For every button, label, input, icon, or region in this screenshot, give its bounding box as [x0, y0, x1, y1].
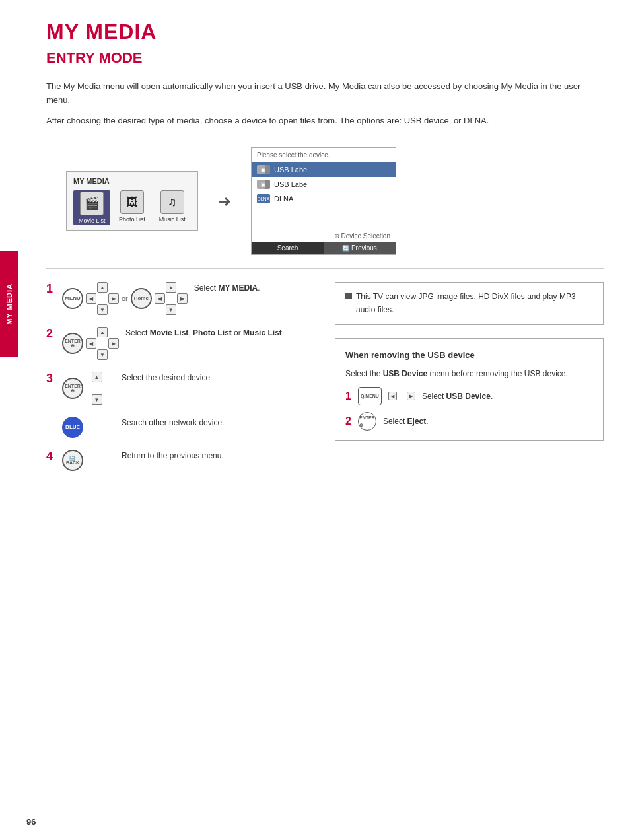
- info-bullet: This TV can view JPG image files, HD Div…: [345, 291, 593, 316]
- device-selection-buttons: Search 🔄 Previous: [252, 242, 396, 254]
- blue-step-text: Search other network device.: [122, 417, 315, 429]
- usb-icon-2: ▣: [257, 180, 270, 189]
- steps-area: 1 MENU ▲ ◀ ▶ ▼: [46, 282, 604, 483]
- step-4-text: Return to the previous menu.: [122, 450, 315, 462]
- info-text: This TV can view JPG image files, HD Div…: [356, 291, 593, 316]
- diagram-area: MY MEDIA 🎬 Movie List 🖼 Photo List ♫ Mus…: [66, 147, 604, 255]
- search-button[interactable]: Search: [252, 242, 324, 254]
- device-selection-box: Please select the device. ▣ USB Label ▣ …: [251, 147, 396, 255]
- nav-right-3: ▶: [108, 338, 119, 349]
- music-icon: ♫: [160, 190, 184, 214]
- warning-sub-step-1-text: Select USB Device.: [422, 390, 593, 402]
- intro-paragraph-1: The My Media menu will open automaticall…: [46, 80, 588, 108]
- step-1-icons: MENU ▲ ◀ ▶ ▼ or: [62, 282, 188, 315]
- warning-sub-step-2: 2 ENTER⊕ Select Eject.: [345, 412, 593, 431]
- enter-button-icon-2: ENTER⊕: [62, 333, 83, 354]
- step-3-number: 3: [46, 372, 55, 386]
- step-2-text: Select Movie List, Photo List or Music L…: [125, 327, 315, 339]
- device-item-usb1: ▣ USB Label: [252, 162, 396, 177]
- device-empty-row2: [252, 218, 396, 230]
- nav-left-2: ◀: [155, 293, 165, 304]
- device-label-usb2: USB Label: [274, 180, 309, 188]
- step-2-number: 2: [46, 327, 55, 341]
- step-1-row: 1 MENU ▲ ◀ ▶ ▼: [46, 282, 315, 315]
- arrow-right-icon: ➜: [218, 192, 231, 211]
- blue-button-icon: BLUE: [62, 417, 83, 438]
- prev-icon: 🔄: [342, 245, 349, 252]
- my-media-box-title: MY MEDIA: [73, 177, 191, 185]
- warning-box: When removing the USB device Select the …: [335, 338, 604, 441]
- nav-up-2: ▲: [166, 282, 176, 293]
- nav-cluster-2: ▲ ◀ ▶ ▼: [155, 282, 188, 315]
- nav-left-3: ◀: [86, 338, 96, 349]
- step-4-number: 4: [46, 450, 55, 464]
- steps-left: 1 MENU ▲ ◀ ▶ ▼: [46, 282, 315, 483]
- device-item-usb2: ▣ USB Label: [252, 177, 396, 192]
- nav-cluster-1: ▲ ◀ ▶ ▼: [86, 282, 119, 315]
- nav-cluster-warning1: ◀ ▶: [388, 392, 415, 400]
- device-item-dlna: DLNA DLNA: [252, 192, 396, 206]
- menu-button-icon: MENU: [62, 288, 83, 309]
- step-2-row: 2 ENTER⊕ ▲ ◀ ▶ ▼: [46, 327, 315, 360]
- my-media-box: MY MEDIA 🎬 Movie List 🖼 Photo List ♫ Mus…: [66, 171, 198, 231]
- step-3-text: Select the desired device.: [122, 372, 315, 384]
- usb-icon-1: ▣: [257, 165, 270, 174]
- warning-sub-step-1-number: 1: [345, 388, 351, 405]
- nav-up-4: ▲: [92, 372, 102, 382]
- warning-text: Select the USB Device menu before removi…: [345, 368, 593, 380]
- nav-cluster-3: ▲ ◀ ▶ ▼: [86, 327, 119, 360]
- steps-right: This TV can view JPG image files, HD Div…: [335, 282, 604, 483]
- step-1-text: Select MY MEDIA.: [194, 282, 315, 294]
- home-button-icon: Home: [131, 288, 152, 309]
- photo-label: Photo List: [119, 216, 145, 223]
- page-number: 96: [26, 817, 36, 827]
- warning-sub-step-2-number: 2: [345, 413, 351, 430]
- nav-left-1: ◀: [86, 293, 96, 304]
- prev-label: Previous: [351, 244, 377, 252]
- nav-down-4: ▼: [92, 394, 102, 405]
- music-label: Music List: [159, 216, 186, 223]
- movie-icon: 🎬: [80, 192, 104, 215]
- warning-sub-step-2-text: Select Eject.: [383, 415, 593, 427]
- nav-left-w1: ◀: [388, 392, 397, 400]
- device-empty-row1: [252, 206, 396, 218]
- info-box: This TV can view JPG image files, HD Div…: [335, 282, 604, 324]
- media-icons: 🎬 Movie List 🖼 Photo List ♫ Music List: [73, 190, 191, 225]
- nav-right-2: ▶: [177, 293, 188, 304]
- media-icon-photo: 🖼 Photo List: [114, 190, 151, 225]
- step-3-row: 3 ENTER⊕ ▲ ▼: [46, 372, 315, 405]
- sidebar-tab-label: MY MEDIA: [5, 283, 13, 325]
- step-4-row: 4 🔙BACK Return to the previous menu.: [46, 450, 315, 471]
- warning-title: When removing the USB device: [345, 349, 593, 363]
- step-2-icons: ENTER⊕ ▲ ◀ ▶ ▼: [62, 327, 119, 360]
- qmenu-button-icon: Q.MENU: [358, 387, 382, 405]
- previous-button[interactable]: 🔄 Previous: [324, 242, 396, 254]
- page-title: MY MEDIA: [46, 20, 604, 44]
- movie-label: Movie List: [79, 217, 106, 224]
- section-title: ENTRY MODE: [46, 50, 604, 67]
- media-icon-movie: 🎬 Movie List: [73, 190, 110, 225]
- nav-cluster-4: ▲ ▼: [86, 372, 108, 405]
- nav-down-2: ▼: [166, 304, 176, 315]
- enter-button-icon-warning: ENTER⊕: [358, 412, 376, 431]
- nav-right-1: ▶: [108, 293, 119, 304]
- intro-paragraph-2: After choosing the desired type of media…: [46, 114, 588, 128]
- enter-button-icon-3: ENTER⊕: [62, 378, 83, 399]
- nav-up-1: ▲: [97, 282, 108, 293]
- main-content: MY MEDIA ENTRY MODE The My Media menu wi…: [26, 0, 630, 509]
- device-label-usb1: USB Label: [274, 166, 309, 174]
- device-label-dlna: DLNA: [274, 195, 293, 203]
- back-button-icon: 🔙BACK: [62, 450, 83, 471]
- dlna-icon: DLNA: [257, 194, 270, 203]
- warning-sub-step-1: 1 Q.MENU ◀ ▶ Select USB Device.: [345, 387, 593, 405]
- step-4-icons: 🔙BACK: [62, 450, 115, 471]
- nav-down-3: ▼: [97, 349, 108, 360]
- blue-step-icons: BLUE: [62, 417, 115, 438]
- step-1-number: 1: [46, 282, 55, 296]
- device-selection-footer: ⊕ Device Selection: [252, 230, 396, 242]
- device-selection-header: Please select the device.: [252, 148, 396, 162]
- media-icon-music: ♫ Music List: [154, 190, 191, 225]
- step-3-icons: ENTER⊕ ▲ ▼: [62, 372, 115, 405]
- bullet-icon: [345, 293, 352, 299]
- blue-step-row: BLUE Search other network device.: [46, 417, 315, 438]
